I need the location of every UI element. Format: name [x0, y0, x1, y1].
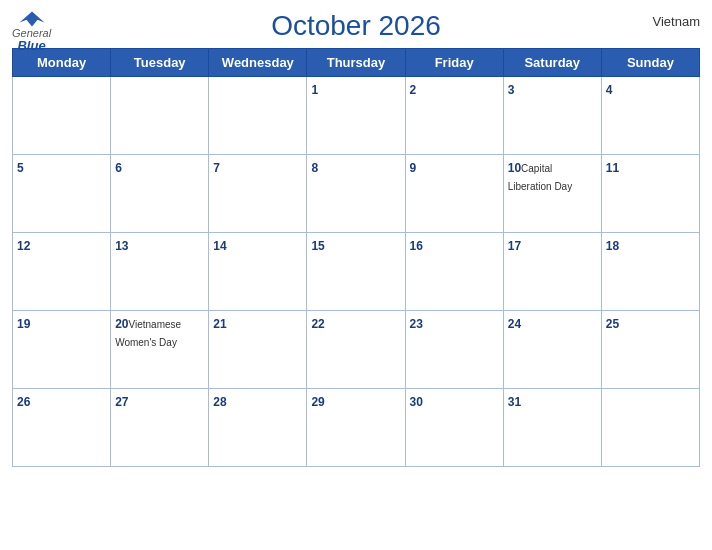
- calendar-cell: 6: [111, 155, 209, 233]
- day-number: 6: [115, 161, 122, 175]
- day-number: 22: [311, 317, 324, 331]
- calendar-cell: 23: [405, 311, 503, 389]
- weekday-header-saturday: Saturday: [503, 49, 601, 77]
- day-number: 30: [410, 395, 423, 409]
- calendar-container: General Blue October 2026 Vietnam Monday…: [0, 0, 712, 550]
- day-number: 11: [606, 161, 619, 175]
- calendar-title: October 2026: [271, 10, 441, 42]
- weekday-header-sunday: Sunday: [601, 49, 699, 77]
- calendar-cell: 24: [503, 311, 601, 389]
- calendar-cell: 5: [13, 155, 111, 233]
- day-number: 17: [508, 239, 521, 253]
- calendar-header: General Blue October 2026 Vietnam: [12, 10, 700, 42]
- calendar-cell: 9: [405, 155, 503, 233]
- day-number: 24: [508, 317, 521, 331]
- day-number: 4: [606, 83, 613, 97]
- calendar-cell: 14: [209, 233, 307, 311]
- calendar-cell: 7: [209, 155, 307, 233]
- calendar-cell: 26: [13, 389, 111, 467]
- week-row-3: 12131415161718: [13, 233, 700, 311]
- day-number: 15: [311, 239, 324, 253]
- day-number: 7: [213, 161, 220, 175]
- logo: General Blue: [12, 10, 51, 52]
- day-number: 23: [410, 317, 423, 331]
- week-row-4: 1920Vietnamese Women's Day2122232425: [13, 311, 700, 389]
- day-number: 27: [115, 395, 128, 409]
- calendar-cell: 4: [601, 77, 699, 155]
- calendar-cell: 3: [503, 77, 601, 155]
- day-number: 26: [17, 395, 30, 409]
- day-number: 14: [213, 239, 226, 253]
- calendar-cell: 28: [209, 389, 307, 467]
- calendar-cell: 21: [209, 311, 307, 389]
- day-number: 3: [508, 83, 515, 97]
- calendar-cell: [13, 77, 111, 155]
- day-number: 8: [311, 161, 318, 175]
- calendar-cell: 22: [307, 311, 405, 389]
- calendar-cell: [209, 77, 307, 155]
- calendar-cell: 8: [307, 155, 405, 233]
- calendar-cell: 11: [601, 155, 699, 233]
- calendar-cell: 25: [601, 311, 699, 389]
- day-number: 9: [410, 161, 417, 175]
- logo-blue-text: Blue: [17, 39, 45, 52]
- logo-icon: [18, 10, 46, 28]
- weekday-header-thursday: Thursday: [307, 49, 405, 77]
- calendar-cell: 10Capital Liberation Day: [503, 155, 601, 233]
- day-number: 2: [410, 83, 417, 97]
- day-number: 28: [213, 395, 226, 409]
- calendar-grid: MondayTuesdayWednesdayThursdayFridaySatu…: [12, 48, 700, 467]
- weekday-header-wednesday: Wednesday: [209, 49, 307, 77]
- calendar-cell: [601, 389, 699, 467]
- day-number: 25: [606, 317, 619, 331]
- weekday-header-row: MondayTuesdayWednesdayThursdayFridaySatu…: [13, 49, 700, 77]
- calendar-cell: 20Vietnamese Women's Day: [111, 311, 209, 389]
- calendar-cell: 16: [405, 233, 503, 311]
- weekday-header-friday: Friday: [405, 49, 503, 77]
- calendar-cell: 1: [307, 77, 405, 155]
- day-number: 16: [410, 239, 423, 253]
- country-label: Vietnam: [653, 14, 700, 29]
- calendar-cell: 12: [13, 233, 111, 311]
- calendar-cell: 18: [601, 233, 699, 311]
- calendar-cell: 19: [13, 311, 111, 389]
- day-number: 18: [606, 239, 619, 253]
- day-number: 1: [311, 83, 318, 97]
- calendar-cell: 27: [111, 389, 209, 467]
- calendar-cell: 15: [307, 233, 405, 311]
- calendar-cell: 17: [503, 233, 601, 311]
- week-row-5: 262728293031: [13, 389, 700, 467]
- calendar-cell: [111, 77, 209, 155]
- day-number: 29: [311, 395, 324, 409]
- day-number: 21: [213, 317, 226, 331]
- week-row-1: 1234: [13, 77, 700, 155]
- day-number: 5: [17, 161, 24, 175]
- calendar-cell: 30: [405, 389, 503, 467]
- weekday-header-tuesday: Tuesday: [111, 49, 209, 77]
- month-year-title: October 2026: [271, 10, 441, 42]
- day-number: 13: [115, 239, 128, 253]
- calendar-cell: 2: [405, 77, 503, 155]
- day-number: 20: [115, 317, 128, 331]
- day-number: 31: [508, 395, 521, 409]
- day-number: 10: [508, 161, 521, 175]
- day-number: 12: [17, 239, 30, 253]
- day-number: 19: [17, 317, 30, 331]
- svg-marker-0: [19, 11, 44, 26]
- calendar-cell: 29: [307, 389, 405, 467]
- calendar-cell: 13: [111, 233, 209, 311]
- week-row-2: 5678910Capital Liberation Day11: [13, 155, 700, 233]
- calendar-cell: 31: [503, 389, 601, 467]
